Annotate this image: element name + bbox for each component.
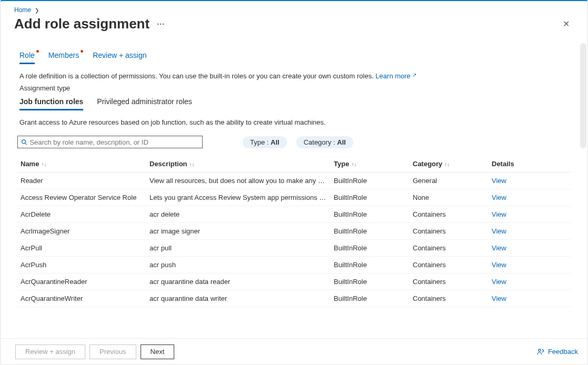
cell-description: Lets you grant Access Review System app … [146, 189, 331, 206]
feedback-link[interactable]: Feedback [536, 348, 578, 356]
cell-details: View [489, 223, 571, 240]
sort-icon: ↑↓ [351, 161, 356, 167]
close-icon[interactable]: ✕ [561, 17, 572, 31]
cell-description: acr push [146, 257, 331, 273]
table-row[interactable]: AcrDeleteacr deleteBuiltInRoleContainers… [17, 206, 571, 223]
search-input-wrapper[interactable] [17, 136, 203, 148]
breadcrumb-home-link[interactable]: Home [14, 6, 31, 14]
required-dot-icon [36, 50, 39, 53]
column-header-name[interactable]: Name↑↓ [17, 156, 146, 173]
type-filter-pill[interactable]: Type : All [243, 136, 287, 148]
column-header-details: Details [489, 156, 571, 173]
cell-category: Containers [410, 257, 489, 273]
table-row[interactable]: AcrPullacr pullBuiltInRoleContainersView [17, 240, 571, 257]
svg-line-1 [25, 143, 27, 145]
cell-category: Containers [410, 273, 489, 290]
required-dot-icon [81, 50, 83, 53]
cell-type: BuiltInRole [331, 173, 410, 189]
previous-button[interactable]: Previous [89, 344, 136, 359]
column-header-description[interactable]: Description↑↓ [146, 156, 331, 173]
cell-category: Containers [410, 206, 489, 223]
cell-description: acr quarantine data writer [146, 290, 331, 307]
role-type-tab-privileged-administrator-roles[interactable]: Privileged administrator roles [97, 97, 192, 110]
more-icon[interactable]: ··· [157, 20, 165, 28]
search-input[interactable] [29, 138, 199, 146]
cell-type: BuiltInRole [331, 273, 410, 290]
page-title: Add role assignment [14, 16, 150, 32]
cell-name: AcrQuarantineWriter [17, 290, 146, 307]
role-description-text: A role definition is a collection of per… [1, 65, 587, 82]
table-row[interactable]: AcrQuarantineWriteracr quarantine data w… [17, 290, 571, 307]
svg-point-2 [539, 349, 541, 351]
assignment-type-label: Assignment type [1, 82, 587, 97]
helper-text: Grant access to Azure resources based on… [1, 111, 587, 136]
breadcrumb: Home ❯ [1, 1, 587, 14]
table-row[interactable]: AcrPushacr pushBuiltInRoleContainersView [17, 257, 571, 273]
view-link[interactable]: View [492, 210, 506, 218]
cell-details: View [489, 290, 571, 307]
sort-icon: ↑↓ [41, 161, 46, 167]
column-header-category[interactable]: Category↑↓ [410, 156, 489, 173]
cell-details: View [489, 189, 571, 206]
cell-type: BuiltInRole [331, 223, 410, 240]
cell-type: BuiltInRole [331, 206, 410, 223]
view-link[interactable]: View [492, 227, 506, 235]
cell-name: Reader [17, 173, 146, 189]
search-icon [21, 139, 27, 146]
external-link-icon: ↗ [412, 72, 416, 78]
review-assign-button[interactable]: Review + assign [15, 344, 85, 359]
cell-details: View [489, 257, 571, 273]
description-text: A role definition is a collection of per… [19, 72, 375, 80]
cell-description: View all resources, but does not allow y… [146, 173, 331, 189]
cell-description: acr image signer [146, 223, 331, 240]
svg-point-0 [22, 139, 26, 143]
cell-type: BuiltInRole [331, 290, 410, 307]
cell-type: BuiltInRole [331, 257, 410, 273]
cell-category: Containers [410, 240, 489, 257]
sort-icon: ↑↓ [190, 161, 195, 167]
view-link[interactable]: View [492, 177, 506, 185]
next-button[interactable]: Next [141, 344, 175, 359]
table-row[interactable]: AcrQuarantineReaderacr quarantine data r… [17, 273, 571, 290]
cell-name: AcrDelete [17, 206, 146, 223]
sort-icon: ↑↓ [444, 161, 450, 167]
view-link[interactable]: View [492, 295, 506, 302]
cell-description: acr quarantine data reader [146, 273, 331, 290]
cell-name: AcrPull [17, 240, 146, 257]
cell-name: Access Review Operator Service Role [17, 189, 146, 206]
cell-details: View [489, 173, 571, 189]
table-row[interactable]: AcrImageSigneracr image signerBuiltInRol… [17, 223, 571, 240]
cell-description: acr delete [146, 206, 331, 223]
category-filter-pill[interactable]: Category : All [296, 136, 353, 148]
cell-category: Containers [410, 223, 489, 240]
column-header-type[interactable]: Type↑↓ [331, 156, 410, 173]
cell-category: General [410, 173, 489, 189]
role-type-tab-job-function-roles[interactable]: Job function roles [19, 97, 83, 110]
cell-name: AcrImageSigner [17, 223, 146, 240]
cell-category: Containers [410, 290, 489, 307]
cell-description: acr pull [146, 240, 331, 257]
cell-category: None [410, 189, 489, 206]
cell-type: BuiltInRole [331, 189, 410, 206]
chevron-right-icon: ❯ [35, 7, 39, 13]
cell-details: View [489, 206, 571, 223]
cell-type: BuiltInRole [331, 240, 410, 257]
cell-details: View [489, 240, 571, 257]
view-link[interactable]: View [492, 194, 506, 201]
cell-details: View [489, 273, 571, 290]
cell-name: AcrPush [17, 257, 146, 273]
feedback-icon [536, 348, 545, 356]
step-tab-role[interactable]: Role [19, 51, 35, 64]
vertical-scrollbar[interactable] [580, 43, 586, 148]
roles-table: Name↑↓ Description↑↓ Type↑↓ Category↑↓ D… [17, 156, 571, 307]
learn-more-link[interactable]: Learn more ↗ [375, 72, 416, 80]
cell-name: AcrQuarantineReader [17, 273, 146, 290]
step-tab-review-assign[interactable]: Review + assign [93, 51, 146, 64]
view-link[interactable]: View [492, 278, 506, 286]
view-link[interactable]: View [492, 261, 506, 269]
view-link[interactable]: View [492, 244, 506, 252]
table-row[interactable]: Access Review Operator Service RoleLets … [17, 189, 571, 206]
table-row[interactable]: ReaderView all resources, but does not a… [17, 173, 571, 189]
step-tab-members[interactable]: Members [48, 51, 79, 64]
